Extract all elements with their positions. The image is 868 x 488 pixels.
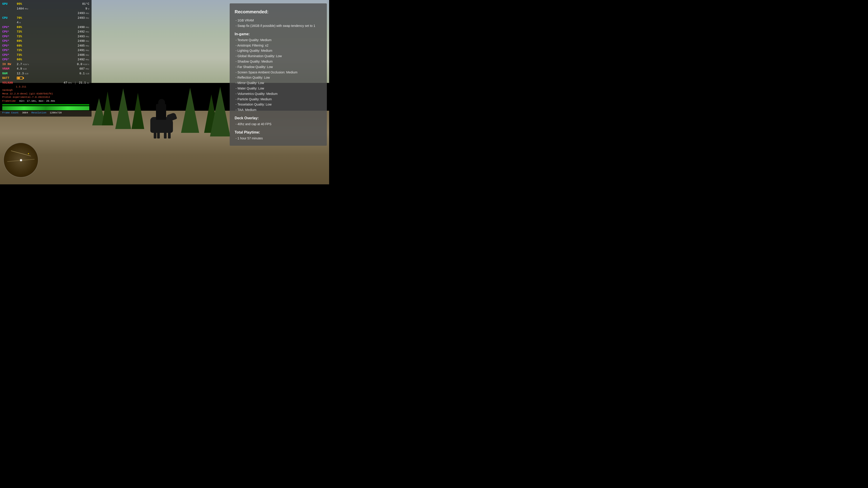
io-label: IO RW (2, 62, 16, 67)
cpu-core-5-label: CPU⁵ (2, 48, 16, 53)
resolution-val: 1200x720 (50, 111, 62, 115)
vulkan-ver: 1.3.211 (16, 86, 26, 88)
frametime-graph-bar (2, 106, 89, 110)
horse-leg2 (157, 132, 160, 138)
cpu-core-4-clock: 2485 (78, 43, 85, 48)
cpu-clock: 2493 (78, 16, 85, 20)
frame-count-label: Frame Count (2, 111, 19, 115)
tree-7 (210, 87, 230, 136)
list-item: - Texture Quality: Medium (235, 37, 322, 43)
ram-other-unit: GiB (86, 72, 89, 76)
gpu-temp: 81°C (82, 2, 89, 6)
cpu-core-7-row: CPU⁷ 66% 2492 MHz (2, 57, 89, 62)
resolution-label: Resolution (31, 111, 46, 115)
batt-icon (17, 76, 24, 79)
rec-title: Recommended: (235, 8, 322, 15)
vulkan-label: VULKAN (2, 80, 16, 85)
minimap-player (20, 159, 22, 161)
minimap: ✦ (3, 142, 38, 177)
horse-leg1 (154, 132, 156, 138)
cpu-core-1-label: CPU¹ (2, 30, 16, 34)
vulkan-version: 1.3.211 (2, 85, 89, 89)
cpu-core-0-unit: MHz (86, 26, 89, 29)
cpu-core-5-usage: 72% (17, 48, 22, 53)
gpu-vram-row: 2493 MHz (2, 11, 89, 15)
cpu-core-7-clock: 2492 (78, 57, 85, 62)
vulkan-row: VULKAN 47 FPS | 21.1 ms (2, 80, 89, 85)
rider-body (156, 104, 166, 120)
cpu-usage: 70% (17, 16, 22, 20)
batt-fill (18, 77, 20, 79)
cpu-core-2-clock: 2493 (78, 34, 85, 39)
cpu-core-1-clock: 2492 (78, 30, 85, 34)
recommendation-panel: Recommended: - 1GB VRAM- Swap fix (16GB … (230, 3, 327, 146)
cpu-core-6-unit: MHz (86, 54, 89, 57)
in-game-items-list: - Texture Quality: Medium- Anistropic Fi… (235, 37, 322, 113)
cpu-core-2-usage: 72% (17, 34, 22, 39)
cpu-clock-unit: MHz (86, 17, 89, 20)
cpu-core-4-label: CPU⁴ (2, 43, 16, 48)
gpu-clock: 1484 (17, 6, 24, 11)
list-item: - Water Quality: Low (235, 86, 322, 91)
list-item: - Screen Space Ambient Occlusion: Medium (235, 70, 322, 75)
cpu-core-6-clock: 2486 (78, 53, 85, 57)
list-item: - Reflection Quality: Low (235, 75, 322, 80)
tree-3 (115, 88, 131, 129)
cpu-core-1-row: CPU¹ 72% 2492 MHz (2, 30, 89, 34)
list-item: - Far Shadow Quality: Low (235, 64, 322, 70)
cpu-core-1-usage: 72% (17, 30, 22, 34)
cpu-label: CPU (2, 16, 16, 20)
cpu-core-3-row: CPU³ 69% 2490 MHz (2, 39, 89, 43)
cpu-core-7-label: CPU⁷ (2, 57, 16, 62)
gpu-row: GPU 95% 81°C (2, 2, 89, 6)
gpu-power-unit: W (88, 8, 89, 11)
deck-overlay-items-list: - 40hz and cap at 40 FPS (235, 122, 322, 127)
cpu-core-5-unit: MHz (86, 49, 89, 53)
io-row: IO RW 2.7 MiB/s 0.0 MiB/s (2, 62, 89, 67)
cpu-core-4-usage: 69% (17, 43, 22, 48)
list-item: - TAA: Medium (235, 107, 322, 113)
vram-clock-unit: MHz (86, 68, 89, 71)
cpu-main-row: CPU 70% 2493 MHz (2, 16, 89, 20)
cpu-cores-unit: W (20, 22, 21, 25)
batt-label: BATT (2, 76, 16, 80)
ram-row: RAM 12.3 GiB 0.1 GiB (2, 71, 89, 76)
cpu-core-4-row: CPU⁴ 69% 2485 MHz (2, 43, 89, 48)
gpu-power: 9 (86, 6, 87, 11)
minimap-marker-icon: ✦ (28, 152, 29, 156)
batt-tip (23, 77, 24, 79)
frame-info-row: Frame Count 3084 Resolution 1200x720 (2, 111, 89, 115)
rider (148, 92, 175, 133)
tree-2 (102, 92, 113, 125)
io-write: 0.0 (77, 62, 82, 67)
vram-used: 4.9 (17, 67, 22, 71)
frame-count-val: 3084 (22, 111, 28, 115)
cpu-core-4-unit: MHz (86, 45, 89, 48)
fps-unit: FPS (68, 82, 72, 85)
horse-leg3 (164, 133, 166, 138)
cpu-core-3-clock: 2490 (78, 39, 85, 43)
rider-head (158, 99, 165, 106)
total-playtime-items-list: - 1 hour 57 minutes (235, 136, 322, 141)
list-item: - 1GB VRAM (235, 18, 322, 23)
vram-used-unit: GiB (23, 68, 26, 71)
io-read-unit: MiB/s (23, 63, 29, 66)
frametime-unit: ms (87, 82, 89, 85)
batt-row: BATT (2, 76, 89, 80)
ram-used-unit: GiB (25, 72, 28, 76)
cpu-cores-list: CPU⁰ 69% 2490 MHz CPU¹ 72% 2492 MHz CPU²… (2, 25, 89, 62)
list-item: - Volumetrics Quality: Medium (235, 91, 322, 97)
list-item: - Lighting Quality: Medium (235, 48, 322, 54)
list-item: - Mirror Quality: Low (235, 80, 322, 86)
frametime-graph (2, 103, 89, 110)
cpu-core-0-clock: 2490 (78, 25, 85, 30)
cpu-core-5-clock: 2491 (78, 48, 85, 53)
cpu-cores: 4 (17, 20, 19, 25)
gpu-clock-row: 1484 MHz 9 W (2, 6, 89, 11)
frametime-label: Frametime (2, 99, 16, 103)
gpu-label: GPU (2, 2, 16, 6)
cpu-core-3-label: CPU³ (2, 39, 16, 43)
ram-other: 0.1 (79, 71, 85, 76)
list-item: - Global Illumination Quality: Low (235, 54, 322, 59)
tree-5 (181, 88, 199, 133)
